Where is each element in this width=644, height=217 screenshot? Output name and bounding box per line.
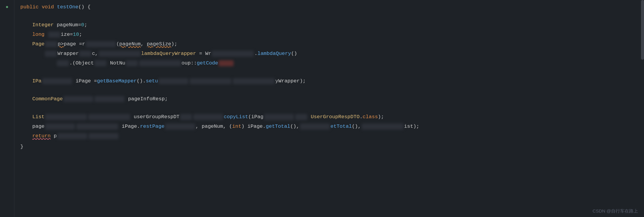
type-integer: Integer xyxy=(32,20,54,30)
code-area[interactable]: public void testOne() { Integer pageNum=… xyxy=(14,0,644,217)
blurred-7 xyxy=(212,51,254,57)
blurred-14 xyxy=(190,78,232,84)
blurred-13 xyxy=(159,78,188,84)
blurred-30 xyxy=(89,133,118,139)
blurred-2 xyxy=(45,41,57,47)
code-line-10 xyxy=(20,86,638,94)
editor-container: ● public void testOne() { Integer pageNu… xyxy=(0,0,644,217)
scrollbar[interactable] xyxy=(640,0,644,217)
blurred-17 xyxy=(95,96,124,102)
code-line-3: Integer pageNum=0; xyxy=(20,20,638,30)
keyword-return: return xyxy=(32,131,51,141)
blurred-20 xyxy=(180,114,192,120)
gutter: ● xyxy=(0,0,14,217)
blurred-24 xyxy=(45,124,75,130)
blurred-19 xyxy=(88,114,130,120)
blurred-red-1 xyxy=(219,60,234,66)
var-pagenum: pageNum= xyxy=(57,20,81,30)
blurred-18 xyxy=(45,114,87,120)
blurred-4 xyxy=(45,51,57,57)
blurred-25 xyxy=(76,124,118,130)
blurred-6 xyxy=(99,51,141,57)
watermark: CSDN @自行车在路上 xyxy=(593,208,638,214)
gutter-breakpoint: ● xyxy=(0,2,14,12)
type-long: long xyxy=(32,30,45,39)
blurred-26 xyxy=(165,124,195,130)
code-line-7: .(Object NotNu oup::getCode xyxy=(20,59,638,68)
code-line-16: } xyxy=(20,142,638,152)
code-line-5: Page p> page = r (pageNum, pageSize); xyxy=(20,39,638,49)
code-line-8 xyxy=(20,68,638,76)
method-name: testOne xyxy=(57,2,78,12)
blurred-8 xyxy=(57,60,69,66)
code-line-6: Wrapper c, lambdaQueryWrapper = Wr .lamb… xyxy=(20,49,638,59)
keyword-public: public xyxy=(20,2,39,12)
blurred-3 xyxy=(86,41,116,47)
blurred-9 xyxy=(95,60,106,66)
code-line-9: IPa iPage = getBaseMapper().setu yWrappe… xyxy=(20,76,638,86)
blurred-5 xyxy=(79,51,91,57)
blurred-28 xyxy=(362,124,404,130)
blurred-16 xyxy=(63,96,93,102)
blurred-23 xyxy=(295,114,307,120)
blurred-27 xyxy=(300,124,330,130)
blurred-11 xyxy=(139,60,181,66)
blurred-29 xyxy=(57,133,87,139)
code-line-4: long ize=10; xyxy=(20,30,638,39)
code-line-11: CommonPage pageInfoResp; xyxy=(20,94,638,104)
code-line-1: public void testOne() { xyxy=(20,2,638,12)
blurred-10 xyxy=(126,60,138,66)
code-line-2 xyxy=(20,12,638,20)
blurred-15 xyxy=(233,78,275,84)
scrollbar-thumb[interactable] xyxy=(641,0,644,60)
keyword-void: void xyxy=(42,2,54,12)
blurred-1 xyxy=(48,32,60,38)
blurred-22 xyxy=(264,114,294,120)
code-line-14: page iPage.restPage , pageNum, (int) iPa… xyxy=(20,122,638,131)
blurred-12 xyxy=(42,78,72,84)
code-line-13: List userGroupRespDT copyList(iPag UserG… xyxy=(20,112,638,122)
blurred-21 xyxy=(193,114,223,120)
code-line-12 xyxy=(20,104,638,112)
code-line-15: return p xyxy=(20,131,638,141)
